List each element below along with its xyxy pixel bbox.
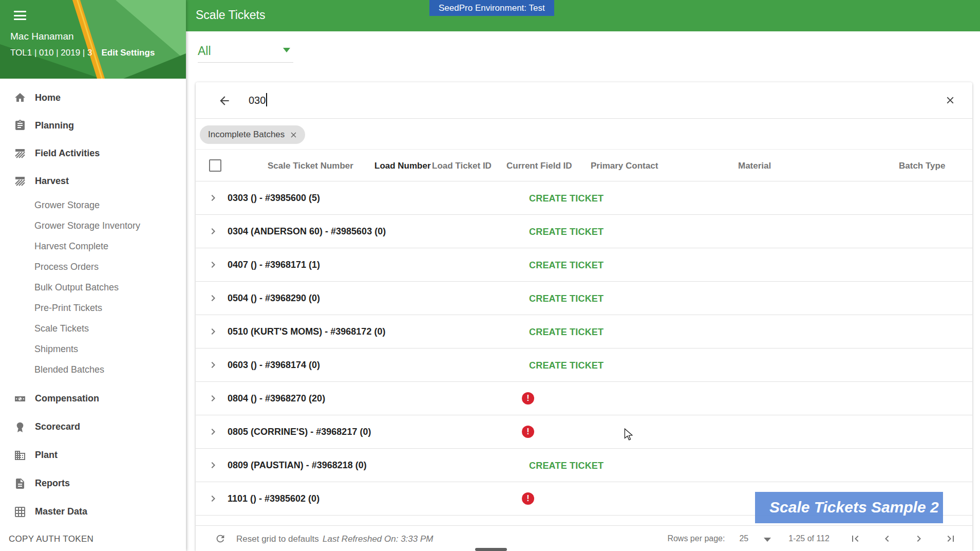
create-ticket-link[interactable]: CREATE TICKET (529, 360, 604, 371)
sidebar-item-blended-batches[interactable]: Blended Batches (0, 359, 186, 380)
scale-ticket-number: 0510 (KURT'S MOMS) - #3968172 (0) (228, 326, 385, 337)
scale-ticket-number: 0407 () - #3968171 (1) (228, 260, 320, 270)
expand-chevron-icon[interactable] (207, 292, 219, 304)
sidebar: Mac Hanaman TOL1 | 010 | 2019 | 3Edit Se… (0, 0, 186, 551)
horizontal-scrollbar-thumb[interactable] (475, 548, 507, 551)
table-row[interactable]: 0603 () - #3968174 (0) CREATE TICKET (196, 348, 972, 382)
sidebar-item-planning[interactable]: Planning (0, 112, 186, 139)
create-ticket-link[interactable]: CREATE TICKET (529, 193, 604, 204)
table-row[interactable]: 0303 () - #3985600 (5) CREATE TICKET (196, 181, 972, 215)
edit-settings-link[interactable]: Edit Settings (101, 48, 155, 58)
table-row[interactable]: 0804 () - #3968270 (20) ! (196, 382, 972, 415)
sidebar-item-process-orders[interactable]: Process Orders (0, 256, 186, 277)
user-name: Mac Hanaman (10, 31, 74, 42)
column-header-current-field-id[interactable]: Current Field ID (506, 161, 572, 171)
factory-icon (14, 449, 26, 462)
sidebar-item-harvest-complete[interactable]: Harvest Complete (0, 236, 186, 256)
expand-chevron-icon[interactable] (207, 192, 219, 204)
expand-chevron-icon[interactable] (207, 325, 219, 338)
sidebar-item-master-data[interactable]: Master Data (0, 498, 186, 526)
remove-chip-icon[interactable] (289, 131, 298, 139)
create-ticket-link[interactable]: CREATE TICKET (529, 293, 604, 304)
sidebar-nav: Home Planning Field Activities Harvest G… (0, 84, 186, 526)
sidebar-item-plant[interactable]: Plant (0, 441, 186, 469)
table-row[interactable]: 0504 () - #3968290 (0) CREATE TICKET (196, 282, 972, 315)
rows-per-page-value[interactable]: 25 (739, 534, 748, 543)
table-row[interactable]: 0510 (KURT'S MOMS) - #3968172 (0) CREATE… (196, 315, 972, 348)
chip-label: Incomplete Batches (208, 130, 285, 140)
scope-filter-value: All (198, 41, 293, 61)
incomplete-batches-chip[interactable]: Incomplete Batches (200, 125, 305, 144)
last-page-icon[interactable] (945, 532, 957, 545)
select-all-checkbox[interactable] (209, 159, 221, 172)
rows-per-page-label: Rows per page: (667, 534, 725, 543)
page-title: Scale Tickets (196, 8, 266, 22)
grid-icon (14, 506, 26, 518)
create-ticket-link[interactable]: CREATE TICKET (529, 461, 604, 471)
dropdown-arrow-icon (283, 48, 290, 52)
sidebar-user-header: Mac Hanaman TOL1 | 010 | 2019 | 3Edit Se… (0, 0, 186, 79)
harvest-icon (14, 175, 26, 187)
rows-per-page-dropdown-icon[interactable] (764, 538, 771, 542)
sidebar-item-compensation[interactable]: Compensation (0, 384, 186, 413)
sidebar-item-pre-print-tickets[interactable]: Pre-Print Tickets (0, 298, 186, 318)
sidebar-item-grower-storage-inventory[interactable]: Grower Storage Inventory (0, 215, 186, 236)
main-content: Scale Tickets SeedPro Environment: Test … (186, 0, 980, 551)
alert-icon: ! (522, 492, 534, 505)
sidebar-item-reports[interactable]: Reports (0, 469, 186, 498)
create-ticket-link[interactable]: CREATE TICKET (529, 227, 604, 237)
app-header-bar: Scale Tickets SeedPro Environment: Test (186, 0, 980, 31)
scale-ticket-number: 0304 (ANDERSON 60) - #3985603 (0) (228, 226, 386, 237)
scale-ticket-number: 0303 () - #3985600 (5) (228, 193, 320, 204)
create-ticket-link[interactable]: CREATE TICKET (529, 327, 604, 338)
search-input[interactable]: 030 (249, 93, 267, 106)
scale-ticket-number: 0603 () - #3968174 (0) (228, 360, 320, 371)
scale-ticket-number: 0805 (CORRINE'S) - #3968217 (0) (228, 427, 371, 437)
column-header-primary-contact[interactable]: Primary Contact (591, 161, 658, 171)
sidebar-item-shipments[interactable]: Shipments (0, 339, 186, 359)
column-header-material[interactable]: Material (738, 161, 771, 171)
hamburger-menu-icon[interactable] (14, 11, 26, 20)
expand-chevron-icon[interactable] (207, 225, 219, 237)
sidebar-item-bulk-output-batches[interactable]: Bulk Output Batches (0, 277, 186, 298)
refresh-icon[interactable] (215, 533, 226, 544)
pagination-range: 1-25 of 112 (788, 534, 830, 543)
search-bar[interactable]: 030 (196, 82, 972, 119)
sidebar-item-field-activities[interactable]: Field Activities (0, 139, 186, 167)
sidebar-item-home[interactable]: Home (0, 84, 186, 112)
copy-auth-token-button[interactable]: COPY AUTH TOKEN (9, 534, 93, 544)
table-row[interactable]: 0304 (ANDERSON 60) - #3985603 (0) CREATE… (196, 215, 972, 248)
expand-chevron-icon[interactable] (207, 392, 219, 405)
table-row[interactable]: 0809 (PAUSTIAN) - #3968218 (0) CREATE TI… (196, 449, 972, 482)
sidebar-item-harvest[interactable]: Harvest (0, 167, 186, 195)
expand-chevron-icon[interactable] (207, 426, 219, 438)
scale-ticket-number: 0804 () - #3968270 (20) (228, 393, 325, 404)
text-caret (266, 93, 267, 106)
table-row[interactable]: 0407 () - #3968171 (1) CREATE TICKET (196, 248, 972, 282)
money-icon (14, 393, 26, 405)
expand-chevron-icon[interactable] (207, 359, 219, 371)
sidebar-item-grower-storage[interactable]: Grower Storage (0, 195, 186, 215)
scope-filter-dropdown[interactable]: All (198, 41, 293, 63)
clear-search-icon[interactable] (945, 95, 956, 106)
column-header-load-ticket-id[interactable]: Load Ticket ID (432, 161, 492, 171)
sidebar-item-scorecard[interactable]: Scorecard (0, 413, 186, 441)
first-page-icon[interactable] (849, 532, 861, 545)
back-arrow-icon[interactable] (218, 94, 231, 107)
create-ticket-link[interactable]: CREATE TICKET (529, 260, 604, 271)
scale-tickets-card: 030 Incomplete Batches Scale Ticket Numb… (196, 82, 972, 551)
previous-page-icon[interactable] (881, 532, 893, 545)
scale-ticket-number: 1101 () - #3985602 (0) (228, 493, 319, 504)
sidebar-item-scale-tickets[interactable]: Scale Tickets (0, 318, 186, 339)
expand-chevron-icon[interactable] (207, 259, 219, 271)
column-header-scale-ticket-number[interactable]: Scale Ticket Number (268, 161, 353, 171)
table-row[interactable]: 0805 (CORRINE'S) - #3968217 (0) ! (196, 415, 972, 449)
table-footer: Reset grid to defaults Last Refreshed On… (196, 525, 972, 551)
next-page-icon[interactable] (913, 532, 925, 545)
expand-chevron-icon[interactable] (207, 459, 219, 471)
expand-chevron-icon[interactable] (207, 492, 219, 505)
column-header-load-number[interactable]: Load Number (374, 161, 431, 171)
column-header-batch-type[interactable]: Batch Type (899, 161, 945, 171)
reset-grid-button[interactable]: Reset grid to defaults (236, 534, 319, 544)
home-icon (14, 91, 26, 104)
